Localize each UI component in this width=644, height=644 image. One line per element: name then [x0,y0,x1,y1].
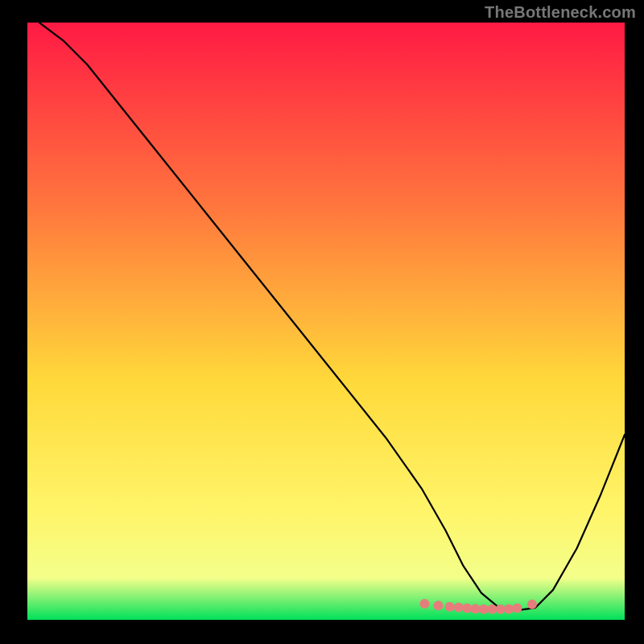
highlight-dot [462,604,472,613]
highlight-dot [512,604,522,613]
highlight-dot [454,602,464,612]
highlight-dot [434,601,444,610]
plot-area [27,23,625,620]
highlight-dot [504,605,514,614]
highlight-dot [419,599,429,609]
chart-container: TheBottleneck.com [0,0,644,644]
highlight-dot [471,604,481,613]
highlight-dot [445,602,455,612]
chart-svg [27,23,625,620]
highlight-dot [479,605,489,614]
highlight-dot [487,605,497,614]
highlight-dot [496,605,506,614]
gradient-background [27,23,625,620]
highlight-dot [527,600,537,609]
watermark-text: TheBottleneck.com [485,3,636,22]
